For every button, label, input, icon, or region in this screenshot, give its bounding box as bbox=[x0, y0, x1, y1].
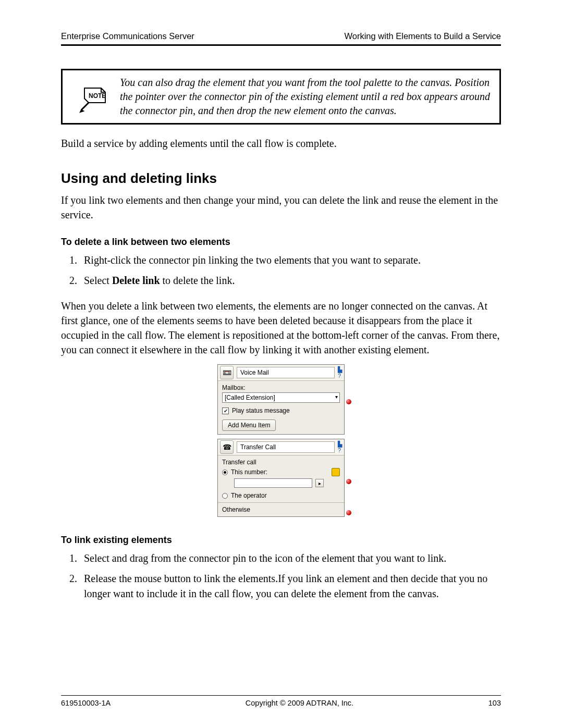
number-input[interactable] bbox=[234, 478, 312, 488]
note-icon: NOTE bbox=[70, 76, 117, 113]
play-status-checkbox[interactable]: ✔ Play status message bbox=[222, 407, 340, 414]
connector-pin[interactable] bbox=[346, 510, 351, 515]
footer-docid: 619510003-1A bbox=[61, 699, 111, 707]
note-box: NOTE You can also drag the element that … bbox=[61, 69, 501, 125]
heading-delete-link: To delete a link between two elements bbox=[61, 237, 501, 248]
footer-page-number: 103 bbox=[488, 699, 501, 707]
heading-using-deleting-links: Using and deleting links bbox=[61, 170, 501, 187]
help-icon[interactable]: ? bbox=[338, 448, 342, 453]
connector-pin[interactable] bbox=[346, 399, 351, 404]
play-arrow-icon[interactable]: ▸ bbox=[315, 479, 324, 487]
person-icon[interactable]: ▙ bbox=[338, 441, 342, 447]
transfer-call-element[interactable]: ☎ Transfer Call ▙ ? Transfer call This n… bbox=[217, 439, 345, 517]
transfer-section-label: Transfer call bbox=[222, 459, 340, 466]
embedded-ui-screenshot: 📼 Voice Mail ▙ ? Mailbox: [Called Extens… bbox=[217, 364, 345, 517]
transfer-titlebar: ☎ Transfer Call ▙ ? bbox=[218, 439, 344, 455]
voicemail-body: Mailbox: [Called Extension] ✔ Play statu… bbox=[218, 381, 344, 434]
radio-this-number[interactable] bbox=[222, 470, 228, 475]
note-text: You can also drag the element that you w… bbox=[117, 76, 492, 118]
operator-row: The operator bbox=[222, 492, 340, 499]
voicemail-element[interactable]: 📼 Voice Mail ▙ ? Mailbox: [Called Extens… bbox=[217, 364, 345, 435]
number-input-row: ▸ bbox=[222, 478, 340, 488]
steps-delete-link: Right-click the connector pin linking th… bbox=[61, 253, 501, 288]
transfer-title[interactable]: Transfer Call bbox=[237, 441, 335, 453]
step-1: Select and drag from the connector pin t… bbox=[80, 551, 501, 566]
voicemail-titlebar: 📼 Voice Mail ▙ ? bbox=[218, 365, 344, 381]
header-right: Working with Elements to Build a Service bbox=[345, 31, 501, 41]
page-header: Enterprise Communications Server Working… bbox=[61, 31, 501, 44]
step-2: Release the mouse button to link the ele… bbox=[80, 571, 501, 601]
mailbox-dropdown[interactable]: [Called Extension] bbox=[222, 392, 340, 403]
voicemail-icon: 📼 bbox=[220, 366, 234, 379]
voicemail-title[interactable]: Voice Mail bbox=[237, 367, 335, 378]
connector-pin[interactable] bbox=[346, 479, 351, 484]
checkbox-icon: ✔ bbox=[222, 408, 229, 414]
this-number-row: This number: bbox=[222, 468, 340, 476]
step-1: Right-click the connector pin linking th… bbox=[80, 253, 501, 268]
otherwise-row[interactable]: Otherwise bbox=[218, 502, 344, 516]
after-delete-paragraph: When you delete a link between two eleme… bbox=[61, 299, 501, 357]
lookup-icon[interactable] bbox=[332, 468, 340, 476]
note-label: NOTE bbox=[89, 92, 106, 100]
person-icon[interactable]: ▙ bbox=[338, 367, 342, 373]
header-left: Enterprise Communications Server bbox=[61, 31, 194, 41]
transfer-body: Transfer call This number: ▸ The operato… bbox=[218, 455, 344, 502]
h2-paragraph: If you link two elements and then change… bbox=[61, 193, 501, 222]
radio-operator[interactable] bbox=[222, 493, 228, 499]
heading-link-existing: To link existing elements bbox=[61, 535, 501, 546]
page-footer: 619510003-1A Copyright © 2009 ADTRAN, In… bbox=[61, 695, 501, 707]
intro-paragraph: Build a service by adding elements until… bbox=[61, 136, 501, 151]
footer-copyright: Copyright © 2009 ADTRAN, Inc. bbox=[246, 699, 353, 707]
document-page: Enterprise Communications Server Working… bbox=[61, 31, 501, 707]
help-icon[interactable]: ? bbox=[338, 373, 342, 379]
step-2: Select Delete link to delete the link. bbox=[80, 273, 501, 288]
mailbox-label: Mailbox: bbox=[222, 384, 340, 391]
transfer-icon: ☎ bbox=[220, 440, 234, 454]
steps-link-existing: Select and drag from the connector pin t… bbox=[61, 551, 501, 601]
add-menu-item-button[interactable]: Add Menu Item bbox=[222, 419, 276, 431]
header-rule bbox=[61, 44, 501, 46]
